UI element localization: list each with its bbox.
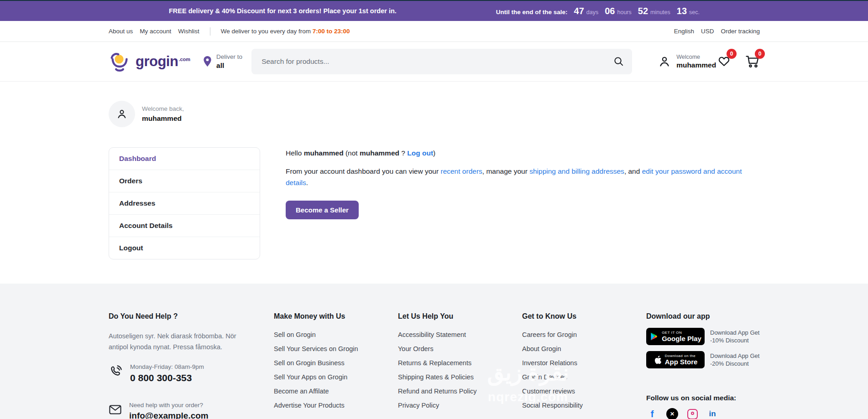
countdown-seconds-unit: sec. [689,9,700,16]
search-button[interactable] [613,56,624,67]
footer-link[interactable]: Sell Your Apps on Grogin [274,373,398,381]
wishlist-count-badge: 0 [727,49,737,59]
promo-line1: Download App Get [710,329,759,336]
cart-count-badge: 0 [755,49,765,59]
menu-item-dashboard[interactable]: Dashboard [109,148,260,170]
page-footer: Do You Need Help ? Autoseligen syr. Nek … [0,284,868,419]
menu-item-logout[interactable]: Logout [109,237,260,259]
linkedin-icon[interactable]: in [706,408,718,419]
promo-message: FREE delivery & 40% Discount for next 3 … [169,7,397,15]
footer-phone-block: Monday-Friday: 08am-9pm 0 800 300-353 [109,363,246,383]
twitter-x-icon[interactable]: ✕ [666,408,678,419]
footer-link[interactable]: Refund and Returns Policy [398,387,522,395]
footer-column-title: Make Money with Us [274,312,398,321]
footer-column-know-us: Get to Know Us Careers for Grogin About … [522,312,646,419]
location-pin-icon [203,56,212,67]
footer-link[interactable]: Your Orders [398,345,522,353]
footer-link[interactable]: Customer reviews [522,387,646,395]
promo-line1: Download App Get [710,352,759,360]
nav-order-tracking[interactable]: Order tracking [721,28,760,35]
footer-link[interactable]: Sell Your Services on Grogin [274,345,398,353]
footer-link[interactable]: Shipping Rates & Policies [398,373,522,381]
footer-link[interactable]: Social Responsibility [522,401,646,409]
greeting-question: ? [401,149,405,157]
footer-column-title: Get to Know Us [522,312,646,321]
countdown-seconds: 13 [677,6,687,16]
footer-link[interactable]: Accessibility Statement [398,331,522,339]
language-selector[interactable]: English [674,28,694,35]
dashboard-description: From your account dashboard you can view… [286,166,744,188]
welcome-back-username: muhammed [142,114,184,123]
become-seller-button[interactable]: Become a Seller [286,201,359,219]
follow-us-label: Follow us on social media: [646,394,760,402]
social-links: f ✕ in [646,408,760,419]
countdown-hours-unit: hours [617,9,632,16]
menu-item-orders[interactable]: Orders [109,170,260,192]
footer-link[interactable]: Grogin Devices [522,373,646,381]
support-email[interactable]: info@example.com [129,411,209,419]
currency-selector[interactable]: USD [701,28,714,35]
phone-hours-label: Monday-Friday: 08am-9pm [130,363,204,370]
greeting-line: Hello muhammed (not muhammed ? Log out) [286,149,744,157]
instagram-icon[interactable] [686,408,698,419]
footer-link[interactable]: Sell on Grogin Business [274,359,398,367]
google-play-badge[interactable]: GET IT ON Google Play [646,328,705,345]
phone-number[interactable]: 0 800 300-353 [130,372,204,383]
footer-link[interactable]: Advertise Your Products [274,401,398,409]
greeting-name2: muhammed [360,149,399,157]
facebook-icon[interactable]: f [646,408,658,419]
account-menu: Dashboard Orders Addresses Account Detai… [109,147,260,259]
search-bar [251,49,632,74]
wishlist-button[interactable]: 0 [717,54,732,69]
desc-part2: , manage your [482,167,528,175]
main-header: grogin.com Deliver to all [0,42,868,82]
account-control[interactable]: Welcome muhammed [658,54,716,69]
secondary-nav: About us My account Wishlist We deliver … [0,21,868,42]
google-play-icon [649,331,659,341]
countdown-minutes: 52 [638,6,648,16]
cart-button[interactable]: 0 [745,54,760,69]
footer-link[interactable]: Privacy Policy [398,401,522,409]
welcome-label: Welcome [676,54,716,60]
account-dashboard-page: Welcome back, muhammed Dashboard Orders … [0,82,868,284]
menu-item-account-details[interactable]: Account Details [109,214,260,237]
badge-line2: Google Play [662,335,701,342]
user-icon [658,55,671,68]
grogin-cart-logo-icon [109,52,131,72]
app-store-row: Download on the App Store Download App G… [646,351,760,368]
recent-orders-link[interactable]: recent orders [440,167,482,175]
footer-link[interactable]: Sell on Grogin [274,331,398,339]
dashboard-content: Hello muhammed (not muhammed ? Log out) … [286,147,744,259]
deliver-to-value: all [216,62,242,70]
email-help-label: Need help with your order? [129,402,209,409]
app-store-promo: Download App Get -20% Discount [710,352,759,367]
download-app-title: Download our app [646,312,760,321]
app-store-badge[interactable]: Download on the App Store [646,351,705,368]
promo-banner: FREE delivery & 40% Discount for next 3 … [0,1,868,21]
logout-link[interactable]: Log out [407,149,433,157]
promo-line2: -20% Discount [710,360,759,367]
footer-link[interactable]: Become an Affilate [274,387,398,395]
promo-line2: -10% Discount [710,336,759,344]
footer-column-help-you: Let Us Help You Accessibility Statement … [398,312,522,419]
nav-my-account[interactable]: My account [140,28,171,35]
deliver-to-control[interactable]: Deliver to all [203,53,242,70]
menu-item-addresses[interactable]: Addresses [109,192,260,214]
footer-email-block: Need help with your order? info@example.… [109,402,246,419]
greeting-name: muhammed [304,149,344,157]
mail-icon [109,403,122,416]
shipping-billing-link[interactable]: shipping and billing addresses [529,167,624,175]
avatar [109,101,135,127]
nav-wishlist[interactable]: Wishlist [178,28,199,35]
footer-link[interactable]: Returns & Replacements [398,359,522,367]
logo-text: grogin [136,53,178,69]
sale-countdown: Until the end of the sale: 47days 06hour… [496,6,700,16]
nav-about-us[interactable]: About us [109,28,133,35]
grogin-logo[interactable]: grogin.com [109,52,190,72]
footer-link[interactable]: About Grogin [522,345,646,353]
countdown-days-unit: days [586,9,598,16]
footer-link[interactable]: Inverstor Relations [522,359,646,367]
footer-link[interactable]: Careers for Grogin [522,331,646,339]
delivery-hours-text: We deliver to you every day from 7:00 to… [221,28,350,35]
search-input[interactable] [251,49,632,74]
